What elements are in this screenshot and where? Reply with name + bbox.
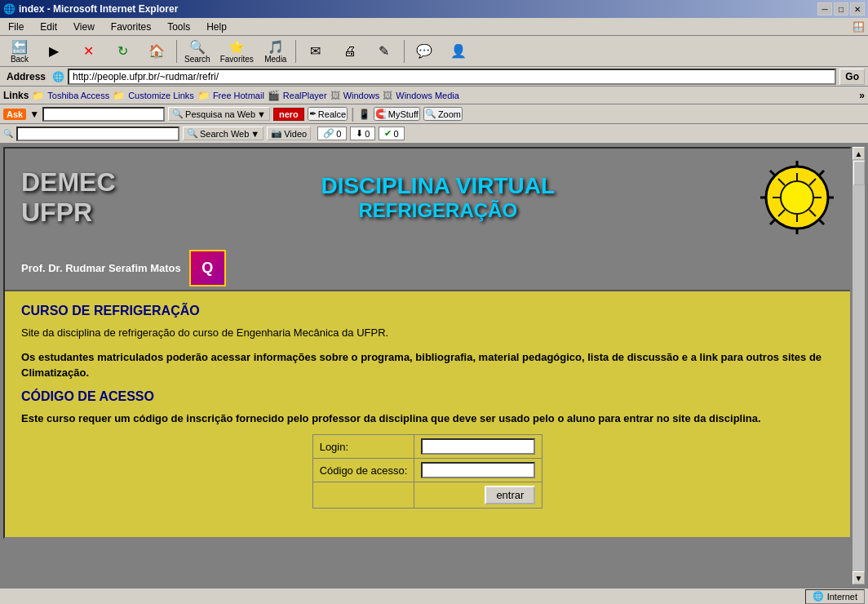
menu-favorites[interactable]: Favorites [106,20,156,34]
course-desc-1: Site da disciplina de refrigeração do cu… [21,325,834,341]
minimize-button[interactable]: ─ [817,2,832,16]
mymsn-icon: 👤 [450,43,467,59]
header-left: DEMEC UFPR [21,167,116,228]
realce-button[interactable]: ✒ Realce [308,107,348,121]
page-frame: DEMEC UFPR DISCIPLINA VIRTUAL REFRIGERAÇ… [3,147,852,539]
edit-icon: ✎ [379,43,389,59]
access-desc: Este curso requer um código de inscrição… [21,411,834,427]
svg-line-7 [819,220,824,224]
checks-counter-val: 0 [393,129,398,139]
ufpr-title: UFPR [21,198,116,228]
counter-links: 🔗 0 [317,127,347,140]
checks-counter-icon: ✔ [384,128,392,139]
back-icon: 🔙 [11,39,28,55]
separator-pipe: | [351,105,355,122]
search-input[interactable] [16,127,179,141]
address-url: http://people.ufpr.br/~rudmar/refri/ [73,71,219,82]
link-hotmail[interactable]: Free Hotmail [213,91,264,100]
address-input[interactable]: http://people.ufpr.br/~rudmar/refri/ [68,69,836,85]
nero-button[interactable]: nero [273,108,304,121]
search-icon: 🔍 [189,39,206,55]
maximize-button[interactable]: □ [834,2,848,16]
login-table: Login: Código de acesso: [312,434,543,509]
downloads-counter-icon: ⬇ [356,128,363,139]
mystuff-button[interactable]: 🧲 MyStuff [374,107,420,121]
favorites-label: Favorites [220,55,254,64]
forward-button[interactable]: ▶ [38,38,70,64]
favorites-button[interactable]: ⭐ Favorites [216,38,258,64]
close-button[interactable]: ✕ [850,2,865,16]
stop-icon: ✕ [83,43,94,59]
ask-search-button[interactable]: 🔍 Pesquisa na Web ▼ [168,107,270,121]
scroll-up-button[interactable]: ▲ [852,147,865,160]
title-bar: 🌐 index - Microsoft Internet Explorer ─ … [0,0,868,18]
mail-icon: ✉ [310,43,321,59]
media-icon: 🎵 [268,39,284,55]
litte-letter: Q [202,260,213,277]
zone-label: Internet [827,592,857,602]
counter-checks: ✔ 0 [379,127,404,140]
entrar-button[interactable]: entrar [485,486,535,504]
video-label: Video [284,129,307,139]
link-realplayer[interactable]: RealPlayer [283,91,327,100]
back-button[interactable]: 🔙 Back [3,38,36,64]
links-label: Links [3,90,29,101]
ask-input[interactable] [42,107,165,122]
zoom-button[interactable]: 🔍 Zoom [423,107,463,121]
messenger-button[interactable]: 💬 [408,38,441,64]
search-web-button[interactable]: 🔍 Search Web ▼ [183,127,264,140]
link-windows-media[interactable]: Windows Media [396,91,459,100]
search-bar: 🔍 🔍 Search Web ▼ 📷 Video 🔗 0 ⬇ 0 ✔ 0 [0,124,868,144]
ask-logo[interactable]: Ask [3,109,26,120]
menu-view[interactable]: View [69,20,100,34]
prof-text: Prof. Dr. Rudmar Serafim Matos [21,262,181,274]
menu-file[interactable]: File [3,20,29,34]
main-viewport: DEMEC UFPR DISCIPLINA VIRTUAL REFRIGERAÇ… [3,147,852,584]
header-center: DISCIPLINA VIRTUAL REFRIGERAÇÃO [321,173,555,222]
address-bar: Address 🌐 http://people.ufpr.br/~rudmar/… [0,67,868,87]
menu-tools[interactable]: Tools [162,20,195,34]
toolbar: 🔙 Back ▶ ✕ ↻ 🏠 🔍 Search ⭐ Favorites 🎵 Me… [0,36,868,67]
course-title: CURSO DE REFRIGERAÇÃO [21,304,834,318]
search-button[interactable]: 🔍 Search [180,38,215,64]
link-windows[interactable]: Windows [343,91,380,100]
home-icon: 🏠 [148,43,165,59]
toolbar-sep-2 [295,40,296,63]
address-icon: 🌐 [52,71,64,82]
media-button[interactable]: 🎵 Media [259,38,292,64]
login-input[interactable] [421,438,535,455]
entrar-button-cell: entrar [414,482,542,509]
search-web-dropdown[interactable]: ▼ [250,129,259,139]
scroll-thumb[interactable] [853,161,865,185]
login-input-cell [414,435,542,459]
mymsn-button[interactable]: 👤 [442,38,475,64]
links-bar: Links 📁 Toshiba Access 📁 Customize Links… [0,87,868,104]
refresh-button[interactable]: ↻ [106,38,139,64]
ask-dropdown-icon[interactable]: ▼ [29,109,39,120]
ask-bar: Ask ▼ 🔍 Pesquisa na Web ▼ nero ✒ Realce … [0,104,868,124]
window-controls: ─ □ ✕ [817,2,865,16]
address-label: Address [3,71,49,82]
codigo-row: Código de acesso: [312,459,542,482]
home-button[interactable]: 🏠 [140,38,173,64]
go-button[interactable]: Go [839,69,865,85]
scroll-down-button[interactable]: ▼ [852,571,865,584]
print-button[interactable]: 🖨 [334,38,366,64]
ask-pesquisa-dropdown[interactable]: ▼ [257,109,266,119]
print-icon: 🖨 [343,44,356,59]
link-customize[interactable]: Customize Links [128,91,194,100]
video-button[interactable]: 📷 Video [267,127,311,140]
edit-button[interactable]: ✎ [368,38,401,64]
mail-button[interactable]: ✉ [299,38,332,64]
menu-edit[interactable]: Edit [35,20,62,34]
codigo-input[interactable] [421,462,535,478]
svg-line-9 [770,220,775,224]
realce-label: Realce [318,109,346,119]
link-toshiba[interactable]: Toshiba Access [47,91,109,100]
zone-icon: 🌐 [813,591,824,602]
refresh-icon: ↻ [117,43,128,59]
mystuff-label: MyStuff [388,109,418,119]
menu-help[interactable]: Help [202,20,232,34]
content-area: DEMEC UFPR DISCIPLINA VIRTUAL REFRIGERAÇ… [0,144,868,588]
stop-button[interactable]: ✕ [72,38,104,64]
